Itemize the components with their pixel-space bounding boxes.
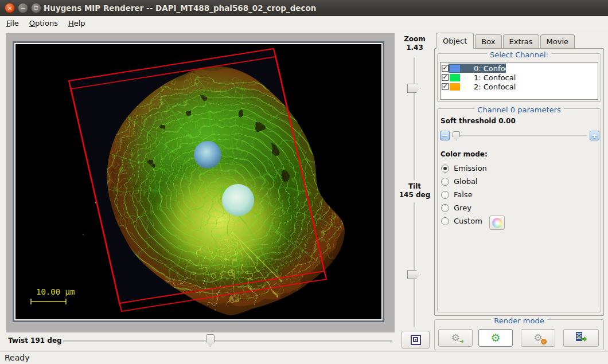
radio-global[interactable] xyxy=(441,178,449,186)
title-bar[interactable]: × − ▢ Huygens MIP Renderer -- DAPI_MT488… xyxy=(0,0,608,16)
select-channel-legend: Select Channel: xyxy=(487,50,551,59)
view-slider-column: Zoom 1.43 Tilt 145 deg xyxy=(396,33,434,332)
color-wheel-icon xyxy=(492,218,502,228)
channel-0-color-swatch xyxy=(450,65,460,72)
threshold-handle[interactable] xyxy=(453,131,460,140)
select-channel-group: Select Channel: 0: Confocal 1: Confocal … xyxy=(437,53,601,102)
gear-play-icon: ⚙➜ xyxy=(451,333,459,343)
movie-export-button[interactable] xyxy=(563,329,599,347)
window-title: Huygens MIP Renderer -- DAPI_MT488_phal5… xyxy=(44,0,316,16)
zoom-value: 1.43 xyxy=(396,44,434,52)
tab-box[interactable]: Box xyxy=(475,34,501,49)
twist-slider-handle[interactable] xyxy=(206,334,215,347)
scale-bar: 10.00 µm xyxy=(31,287,75,304)
render-stop-button[interactable]: ⚙− xyxy=(521,329,555,347)
color-mode-false[interactable]: False xyxy=(441,190,473,199)
channel-1-checkbox[interactable] xyxy=(442,74,449,81)
menu-bar: File Options Help xyxy=(0,16,608,30)
channel-1-label: 1: Confocal xyxy=(474,73,516,82)
mip-render-canvas[interactable]: 10.00 µm xyxy=(15,44,381,319)
threshold-track[interactable] xyxy=(452,135,587,137)
render-mode-group: Render mode ⚙➜ ⚙ ⚙− xyxy=(434,319,604,350)
threshold-increase-button[interactable]: + xyxy=(590,131,599,140)
reset-view-button[interactable] xyxy=(402,331,430,349)
radio-custom[interactable] xyxy=(441,217,449,225)
menu-file[interactable]: File xyxy=(1,18,24,29)
gear-stop-icon: ⚙− xyxy=(533,333,542,343)
color-mode-grey[interactable]: Grey xyxy=(441,203,471,212)
menu-help[interactable]: Help xyxy=(63,18,91,29)
custom-color-button[interactable] xyxy=(489,216,505,230)
huygens-mip-renderer-window: × − ▢ Huygens MIP Renderer -- DAPI_MT488… xyxy=(0,0,608,364)
close-button[interactable]: × xyxy=(5,3,15,13)
tilt-slider[interactable] xyxy=(414,202,416,327)
tilt-value: 145 deg xyxy=(396,191,434,199)
tab-extras[interactable]: Extras xyxy=(503,34,539,49)
channel-2-label: 2: Confocal xyxy=(474,83,516,91)
render-viewport: 10.00 µm xyxy=(6,33,395,332)
color-mode-custom[interactable]: Custom xyxy=(441,217,482,225)
twist-label: Twist 191 deg xyxy=(8,336,62,345)
tab-object[interactable]: Object xyxy=(436,33,474,49)
channel-2-color-swatch xyxy=(450,83,460,91)
render-once-button[interactable]: ⚙ xyxy=(478,329,513,347)
zoom-slider[interactable] xyxy=(414,57,416,181)
tab-movie[interactable]: Movie xyxy=(540,34,575,49)
channel-2-checkbox[interactable] xyxy=(442,83,449,90)
channel-parameters-group: Channel 0 parameters Soft threshold 0.00… xyxy=(437,108,601,312)
minimize-button[interactable]: − xyxy=(18,3,28,13)
color-mode-label: Color mode: xyxy=(441,150,488,158)
channel-list[interactable]: 0: Confocal 1: Confocal 2: Confocal xyxy=(440,62,598,100)
render-mode-legend: Render mode xyxy=(491,316,547,325)
tilt-slider-handle[interactable] xyxy=(407,270,420,279)
twist-slider[interactable] xyxy=(63,340,392,342)
color-mode-global[interactable]: Global xyxy=(441,177,477,186)
channel-1-color-swatch xyxy=(450,74,460,81)
status-text: Ready xyxy=(5,353,29,362)
render-continuous-button[interactable]: ⚙➜ xyxy=(438,329,473,347)
zoom-label: Zoom xyxy=(396,35,434,43)
radio-false[interactable] xyxy=(441,191,449,199)
soft-threshold-slider: − + xyxy=(440,131,599,141)
nucleus-2 xyxy=(222,184,254,216)
status-bar: Ready xyxy=(0,351,608,364)
soft-threshold-label: Soft threshold 0.00 xyxy=(441,117,516,125)
channel-params-legend: Channel 0 parameters xyxy=(474,105,563,114)
channel-row-2[interactable]: 2: Confocal xyxy=(441,82,598,91)
canvas-frame: 10.00 µm xyxy=(13,41,384,322)
threshold-decrease-button[interactable]: − xyxy=(440,131,450,140)
channel-0-checkbox[interactable] xyxy=(442,65,449,72)
color-mode-emission[interactable]: Emission xyxy=(441,164,487,173)
radio-grey[interactable] xyxy=(441,204,449,212)
mip-scene: 10.00 µm xyxy=(15,44,381,319)
movie-export-icon xyxy=(575,332,587,345)
svg-text:10.00 µm: 10.00 µm xyxy=(36,287,75,296)
channel-0-label: 0: Confocal xyxy=(474,64,516,73)
panel-tabs: Object Box Extras Movie xyxy=(436,33,576,49)
maximize-button[interactable]: ▢ xyxy=(31,3,41,13)
center-squares-icon xyxy=(411,335,421,345)
radio-emission[interactable] xyxy=(441,165,449,173)
tilt-label: Tilt xyxy=(396,182,434,190)
menu-options[interactable]: Options xyxy=(24,18,63,29)
gear-icon: ⚙ xyxy=(490,332,500,343)
nucleus-1 xyxy=(194,141,221,169)
channel-row-0[interactable]: 0: Confocal xyxy=(441,64,598,73)
zoom-slider-handle[interactable] xyxy=(407,84,420,93)
channel-row-1[interactable]: 1: Confocal xyxy=(441,73,598,82)
